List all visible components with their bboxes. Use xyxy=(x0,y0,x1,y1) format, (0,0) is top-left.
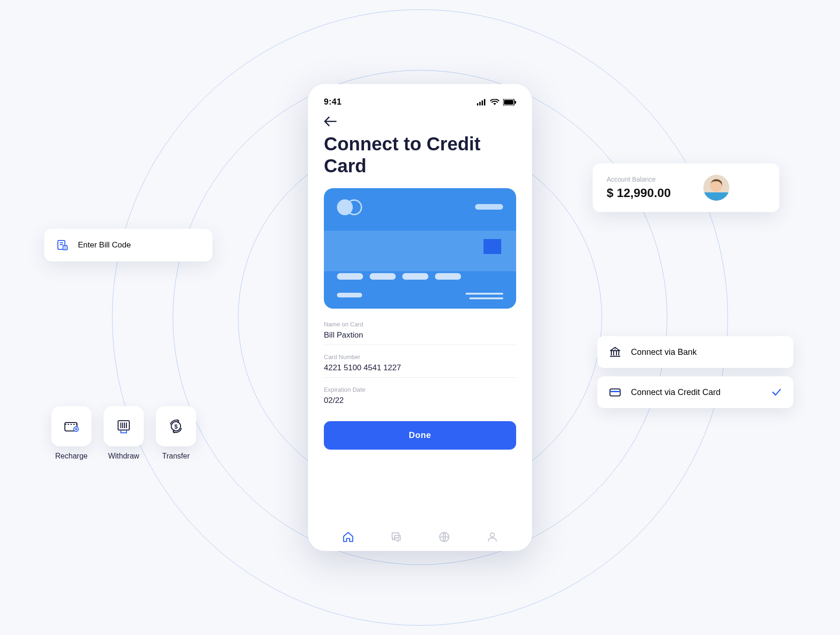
credit-card-graphic xyxy=(324,188,516,309)
field-label: Name on Card xyxy=(324,321,516,328)
name-on-card-field[interactable]: Name on Card Bill Paxtion xyxy=(324,321,516,345)
avatar[interactable] xyxy=(703,175,729,201)
svg-rect-1 xyxy=(479,102,481,106)
atm-icon xyxy=(114,417,133,436)
connect-label: Connect via Bank xyxy=(631,347,697,357)
balance-value: $ 12,990.00 xyxy=(607,186,671,200)
field-value: 02/22 xyxy=(324,396,516,410)
wallet-icon xyxy=(62,417,81,436)
tab-home[interactable] xyxy=(342,530,355,543)
svg-point-8 xyxy=(490,533,494,537)
account-balance-card: Account Balance $ 12,990.00 xyxy=(593,163,779,212)
svg-rect-15 xyxy=(610,391,620,392)
connect-via-credit-card[interactable]: Connect via Credit Card xyxy=(597,376,793,408)
svg-rect-5 xyxy=(504,100,513,105)
svg-point-13 xyxy=(615,349,616,350)
svg-rect-3 xyxy=(484,99,485,106)
status-time: 9:41 xyxy=(324,97,342,107)
tab-chat[interactable] xyxy=(390,530,403,543)
check-icon xyxy=(771,387,782,398)
svg-rect-0 xyxy=(477,103,478,106)
bank-icon xyxy=(609,346,622,359)
credit-card-icon xyxy=(609,386,622,399)
wifi-icon xyxy=(490,99,499,106)
action-withdraw[interactable]: Withdraw xyxy=(104,406,144,460)
card-number-field[interactable]: Card Number 4221 5100 4541 1227 xyxy=(324,353,516,378)
svg-rect-17 xyxy=(63,246,67,250)
bill-code-icon xyxy=(56,239,69,251)
status-bar: 9:41 xyxy=(324,97,516,107)
svg-rect-11 xyxy=(703,192,729,201)
back-button[interactable] xyxy=(324,116,516,127)
action-label: Transfer xyxy=(162,452,190,460)
signal-icon xyxy=(477,99,486,106)
field-label: Expiration Date xyxy=(324,386,516,393)
svg-rect-6 xyxy=(515,101,516,104)
svg-text:$: $ xyxy=(174,423,178,430)
connect-via-bank[interactable]: Connect via Bank xyxy=(597,336,793,368)
connect-options: Connect via Bank Connect via Credit Card xyxy=(597,336,793,408)
tab-globe[interactable] xyxy=(438,530,451,543)
svg-rect-14 xyxy=(610,389,620,396)
tab-profile[interactable] xyxy=(486,530,499,543)
enter-bill-code[interactable]: Enter Bill Code xyxy=(44,229,212,261)
tab-bar xyxy=(324,522,516,543)
page-title: Connect to Credit Card xyxy=(324,133,516,177)
field-value: Bill Paxtion xyxy=(324,331,516,345)
svg-rect-20 xyxy=(118,421,129,430)
expiration-field[interactable]: Expiration Date 02/22 xyxy=(324,386,516,410)
phone-mockup: 9:41 Connect to Credit Card xyxy=(308,84,532,551)
done-button[interactable]: Done xyxy=(324,421,516,450)
connect-label: Connect via Credit Card xyxy=(631,388,721,397)
battery-icon xyxy=(503,99,516,106)
action-label: Withdraw xyxy=(108,452,140,460)
field-label: Card Number xyxy=(324,353,516,360)
action-row: Recharge Withdraw $ Transfer xyxy=(51,406,196,460)
bill-code-label: Enter Bill Code xyxy=(78,240,131,250)
field-value: 4221 5100 4541 1227 xyxy=(324,363,516,378)
transfer-icon: $ xyxy=(167,417,185,436)
action-label: Recharge xyxy=(55,452,87,460)
balance-label: Account Balance xyxy=(607,176,671,183)
action-transfer[interactable]: $ Transfer xyxy=(156,406,196,460)
svg-rect-2 xyxy=(482,100,483,106)
action-recharge[interactable]: Recharge xyxy=(51,406,91,460)
